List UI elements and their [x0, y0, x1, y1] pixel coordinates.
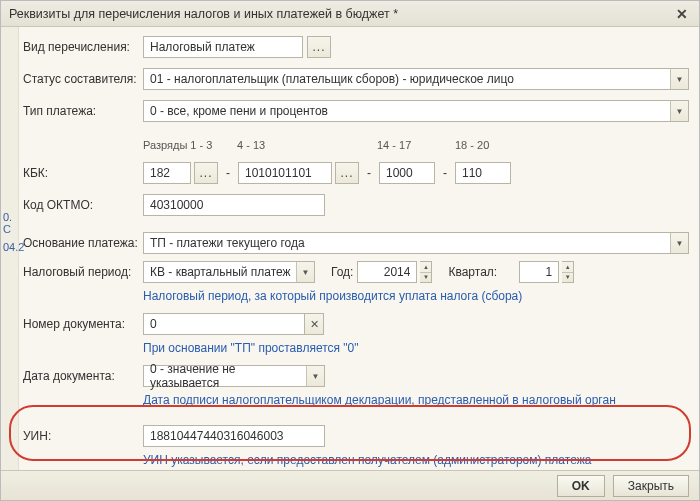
- god-input[interactable]: [357, 261, 417, 283]
- left-strip: 0. С 04.2: [1, 27, 19, 470]
- close-button[interactable]: Закрыть: [613, 475, 689, 497]
- chevron-down-icon: ▼: [670, 69, 688, 89]
- caret-up-icon: ▲: [420, 262, 431, 273]
- status-value: 01 - налогоплательщик (плательщик сборов…: [150, 72, 514, 86]
- kbk2-ellipsis-button[interactable]: ...: [335, 162, 359, 184]
- side-text-b: 04.2: [3, 241, 24, 253]
- caret-up-icon: ▲: [562, 262, 573, 273]
- form-body: Вид перечисления: ... Статус составителя…: [1, 27, 699, 473]
- kvartal-stepper[interactable]: ▲ ▼: [562, 261, 574, 283]
- kbk-hdr-2: 4 - 13: [237, 137, 355, 153]
- close-icon: ✕: [310, 318, 319, 331]
- kvartal-input[interactable]: [519, 261, 559, 283]
- hint-data: Дата подписи налогоплательщиком декларац…: [143, 393, 689, 407]
- caret-down-icon: ▼: [562, 273, 573, 283]
- kbk-hdr-4: 18 - 20: [455, 137, 511, 153]
- kbk-hdr-3: 14 - 17: [377, 137, 433, 153]
- label-vid: Вид перечисления:: [23, 40, 143, 54]
- row-kbk: КБК: ... - ... - -: [23, 159, 689, 187]
- label-data: Дата документа:: [23, 365, 143, 383]
- kbk4-input[interactable]: [455, 162, 511, 184]
- row-uin: УИН: УИН указывается, если предоставлен …: [23, 425, 689, 473]
- ellipsis-icon: ...: [340, 166, 353, 180]
- label-status: Статус составителя:: [23, 72, 143, 86]
- chevron-down-icon: ▼: [670, 101, 688, 121]
- ellipsis-icon: ...: [199, 166, 212, 180]
- titlebar: Реквизиты для перечисления налогов и ины…: [1, 1, 699, 27]
- tip-select[interactable]: 0 - все, кроме пени и процентов ▼: [143, 100, 689, 122]
- hint-nomer: При основании "ТП" проставляется "0": [143, 341, 689, 355]
- nomer-input[interactable]: [143, 313, 305, 335]
- close-icon[interactable]: ✕: [673, 5, 691, 23]
- period-value: КВ - квартальный платеж: [150, 265, 291, 279]
- row-data: Дата документа: 0 - значение не указывае…: [23, 365, 689, 413]
- vid-ellipsis-button[interactable]: ...: [307, 36, 331, 58]
- vid-input[interactable]: [143, 36, 303, 58]
- caret-down-icon: ▼: [420, 273, 431, 283]
- label-god: Год:: [331, 265, 353, 279]
- oktmo-input[interactable]: [143, 194, 325, 216]
- dialog-window: Реквизиты для перечисления налогов и ины…: [0, 0, 700, 501]
- data-select[interactable]: 0 - значение не указывается ▼: [143, 365, 325, 387]
- row-status: Статус составителя: 01 - налогоплательщи…: [23, 65, 689, 93]
- dash: -: [363, 166, 375, 180]
- kbk1-ellipsis-button[interactable]: ...: [194, 162, 218, 184]
- label-nomer: Номер документа:: [23, 313, 143, 331]
- kbk3-input[interactable]: [379, 162, 435, 184]
- window-title: Реквизиты для перечисления налогов и ины…: [9, 7, 673, 21]
- label-kbk: КБК:: [23, 166, 143, 180]
- kbk1-input[interactable]: [143, 162, 191, 184]
- hint-uin: УИН указывается, если предоставлен получ…: [143, 453, 689, 467]
- chevron-down-icon: ▼: [306, 366, 324, 386]
- hint-period: Налоговый период, за который производитс…: [143, 289, 689, 303]
- row-osn: Основание платежа: ТП - платежи текущего…: [23, 229, 689, 257]
- row-vid: Вид перечисления: ...: [23, 33, 689, 61]
- row-kbk-headers: Разряды 1 - 3 4 - 13 14 - 17 18 - 20: [23, 131, 689, 159]
- tip-value: 0 - все, кроме пени и процентов: [150, 104, 328, 118]
- kbk2-input[interactable]: [238, 162, 332, 184]
- label-kvartal: Квартал:: [448, 265, 497, 279]
- nomer-clear-button[interactable]: ✕: [304, 313, 324, 335]
- ellipsis-icon: ...: [312, 40, 325, 54]
- dash: -: [222, 166, 234, 180]
- dash: -: [439, 166, 451, 180]
- label-uin: УИН:: [23, 425, 143, 443]
- osn-value: ТП - платежи текущего года: [150, 236, 305, 250]
- side-text-a: 0. С: [3, 211, 18, 235]
- data-value: 0 - значение не указывается: [150, 362, 302, 390]
- uin-input[interactable]: [143, 425, 325, 447]
- row-period: Налоговый период: КВ - квартальный плате…: [23, 261, 689, 309]
- dialog-footer: OK Закрыть: [1, 470, 699, 500]
- label-tip: Тип платежа:: [23, 104, 143, 118]
- chevron-down-icon: ▼: [296, 262, 314, 282]
- row-tip: Тип платежа: 0 - все, кроме пени и проце…: [23, 97, 689, 125]
- period-select[interactable]: КВ - квартальный платеж ▼: [143, 261, 315, 283]
- kbk-hdr-1: Разряды 1 - 3: [143, 137, 215, 153]
- row-oktmo: Код ОКТМО:: [23, 191, 689, 219]
- row-nomer: Номер документа: ✕ При основании "ТП" пр…: [23, 313, 689, 361]
- ok-button[interactable]: OK: [557, 475, 605, 497]
- label-osn: Основание платежа:: [23, 236, 143, 250]
- label-oktmo: Код ОКТМО:: [23, 198, 143, 212]
- status-select[interactable]: 01 - налогоплательщик (плательщик сборов…: [143, 68, 689, 90]
- god-stepper[interactable]: ▲ ▼: [420, 261, 432, 283]
- chevron-down-icon: ▼: [670, 233, 688, 253]
- label-period: Налоговый период:: [23, 261, 143, 279]
- osn-select[interactable]: ТП - платежи текущего года ▼: [143, 232, 689, 254]
